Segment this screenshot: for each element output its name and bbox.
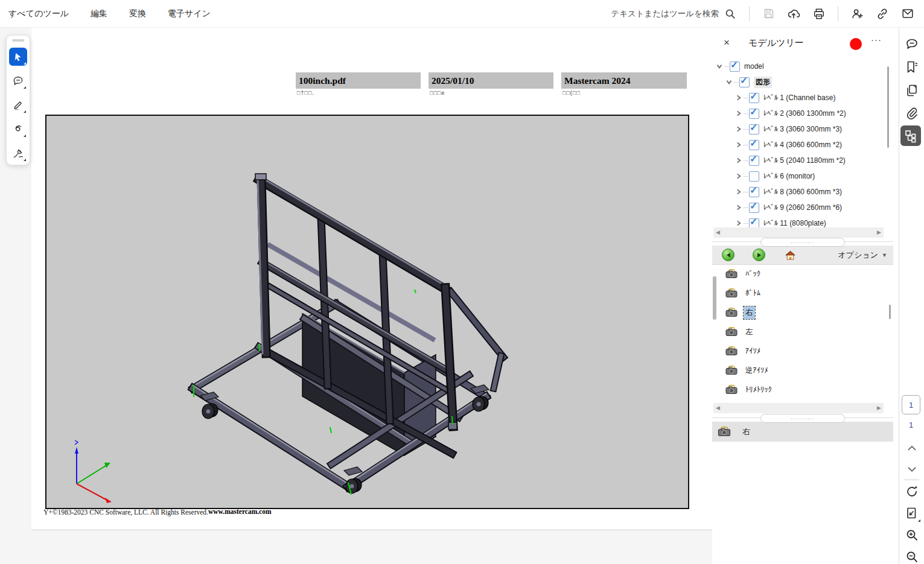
search-box[interactable]: テキストまたはツールを検索: [611, 7, 737, 21]
comments-panel-icon[interactable]: [904, 36, 920, 52]
print-icon[interactable]: [812, 7, 826, 21]
chevron-right-icon[interactable]: [735, 157, 742, 164]
tree-horizontal-scrollbar[interactable]: ◀ ▶: [713, 227, 884, 238]
camera-icon: [725, 288, 738, 298]
menu-convert[interactable]: 変換: [129, 8, 146, 19]
tree-item-group[interactable]: 図形: [712, 74, 885, 90]
highlight-tool-button[interactable]: [9, 96, 27, 114]
chevron-right-icon[interactable]: [735, 173, 742, 180]
tree-vertical-scrollbar[interactable]: [887, 66, 889, 148]
visibility-checkbox[interactable]: [749, 93, 759, 103]
tree-item-level[interactable]: ﾚﾍﾞﾙ 1 (Channel base): [712, 90, 885, 106]
bookmarks-panel-icon[interactable]: [904, 59, 920, 75]
views-right-scrollbar[interactable]: [889, 305, 891, 319]
record-indicator[interactable]: [850, 38, 862, 50]
select-tool-button[interactable]: [9, 48, 27, 66]
comment-tool-button[interactable]: [9, 72, 27, 90]
attachments-panel-icon[interactable]: [904, 106, 920, 121]
visibility-checkbox[interactable]: [749, 124, 759, 135]
visibility-checkbox[interactable]: [749, 171, 759, 182]
add-user-icon[interactable]: [850, 7, 864, 21]
tree-item-level[interactable]: ﾚﾍﾞﾙ 11 (8080plate): [712, 215, 885, 229]
scroll-left-arrow[interactable]: ◀: [713, 405, 722, 411]
tool-dropdown-arrow[interactable]: [21, 135, 26, 137]
visibility-checkbox[interactable]: [749, 140, 759, 150]
tree-item-level[interactable]: ﾚﾍﾞﾙ 3 (3060 300mm *3): [712, 121, 885, 137]
email-icon[interactable]: [901, 7, 914, 21]
chevron-right-icon[interactable]: [735, 204, 742, 211]
views-horizontal-scrollbar[interactable]: ◀ ▶: [713, 403, 884, 413]
refresh-icon[interactable]: [904, 484, 920, 499]
splitter-handle[interactable]: ··········: [760, 414, 845, 423]
chevron-down-icon[interactable]: ▼: [882, 252, 887, 258]
topbar-divider: [749, 7, 750, 21]
previous-view-button[interactable]: [722, 249, 734, 261]
visibility-checkbox[interactable]: [749, 203, 759, 213]
home-view-icon[interactable]: [785, 250, 796, 261]
tool-dropdown-arrow[interactable]: [21, 159, 26, 161]
tree-item-level[interactable]: ﾚﾍﾞﾙ 8 (3060 600mm *3): [712, 184, 885, 200]
visibility-checkbox[interactable]: [749, 109, 759, 119]
zoom-in-icon[interactable]: [904, 527, 920, 543]
tool-dropdown-arrow[interactable]: [21, 86, 26, 89]
next-page-icon[interactable]: [904, 461, 920, 477]
view-item-isometric[interactable]: ｱｲｿﾒ: [712, 341, 893, 361]
view-item-reverse-isometric[interactable]: 逆ｱｲｿﾒ: [712, 361, 893, 380]
views-left-scrollbar[interactable]: [713, 276, 716, 320]
tree-item-level[interactable]: ﾚﾍﾞﾙ 9 (2060 260mm *6): [712, 200, 885, 215]
zoom-out-icon[interactable]: [904, 549, 920, 564]
draw-tool-button[interactable]: [9, 120, 27, 138]
signature-tool-button[interactable]: [9, 144, 27, 162]
visibility-checkbox[interactable]: [730, 62, 740, 72]
search-icon[interactable]: [724, 7, 737, 21]
visibility-checkbox[interactable]: [739, 77, 750, 87]
model-tree-panel-icon[interactable]: [900, 125, 921, 146]
visibility-checkbox[interactable]: [749, 218, 759, 229]
visibility-checkbox[interactable]: [749, 156, 759, 166]
view-item-left[interactable]: 左: [712, 322, 893, 341]
toolbar-drag-handle[interactable]: [12, 39, 24, 42]
view-item-bottom[interactable]: ﾎﾞﾄﾑ: [712, 284, 893, 303]
view-item-trimetric[interactable]: ﾄﾘﾒﾄﾘｯｸ: [712, 380, 893, 399]
cloud-upload-icon[interactable]: [787, 7, 800, 21]
scroll-right-arrow[interactable]: ▶: [875, 405, 884, 411]
tree-item-level[interactable]: ﾚﾍﾞﾙ 6 (monitor): [712, 168, 885, 184]
chevron-right-icon[interactable]: [735, 141, 742, 148]
tree-item-root[interactable]: model: [712, 59, 885, 74]
options-dropdown[interactable]: オプション: [838, 250, 879, 261]
more-options-icon[interactable]: ···: [871, 34, 882, 45]
chevron-down-icon[interactable]: [716, 63, 723, 70]
view-item-right[interactable]: 右: [712, 303, 893, 322]
3d-model-viewport[interactable]: [45, 115, 689, 509]
tool-dropdown-arrow[interactable]: [21, 110, 26, 113]
menu-edit[interactable]: 編集: [91, 8, 107, 19]
close-icon[interactable]: ×: [724, 37, 730, 48]
3d-model-rendering: [46, 116, 688, 508]
previous-page-icon[interactable]: [904, 440, 920, 456]
link-icon[interactable]: [876, 7, 889, 21]
scroll-left-arrow[interactable]: ◀: [713, 230, 722, 235]
visibility-checkbox[interactable]: [749, 187, 759, 197]
fit-page-icon[interactable]: [904, 505, 920, 521]
chevron-right-icon[interactable]: [735, 188, 742, 195]
tree-item-level[interactable]: ﾚﾍﾞﾙ 2 (3060 1300mm *2): [712, 106, 885, 121]
tree-item-label: ﾚﾍﾞﾙ 11 (8080plate): [763, 219, 826, 227]
page-thumbnails-icon[interactable]: [904, 83, 920, 98]
tool-dropdown-arrow[interactable]: [21, 62, 26, 65]
copyright-text: Y+©1983-2023 CNC Software, LLC. All Righ…: [43, 509, 208, 516]
tree-item-level[interactable]: ﾚﾍﾞﾙ 4 (3060 600mm *2): [712, 137, 885, 153]
splitter-handle[interactable]: ··········: [760, 238, 845, 247]
chevron-right-icon[interactable]: [735, 94, 742, 101]
next-view-button[interactable]: [753, 249, 765, 261]
tree-item-level[interactable]: ﾚﾍﾞﾙ 5 (2040 1180mm *2): [712, 153, 885, 168]
scroll-right-arrow[interactable]: ▶: [875, 230, 884, 235]
view-item-back[interactable]: ﾊﾞｯｸ: [712, 264, 893, 284]
page-number-input[interactable]: 1: [902, 395, 920, 414]
tool-dropdown-arrow[interactable]: [916, 519, 920, 522]
chevron-down-icon[interactable]: [725, 78, 733, 86]
menu-all-tools[interactable]: すべてのツール: [8, 8, 69, 19]
chevron-right-icon[interactable]: [735, 110, 742, 117]
menu-esign[interactable]: 電子サイン: [168, 8, 211, 19]
chevron-right-icon[interactable]: [735, 220, 742, 227]
chevron-right-icon[interactable]: [735, 125, 742, 133]
